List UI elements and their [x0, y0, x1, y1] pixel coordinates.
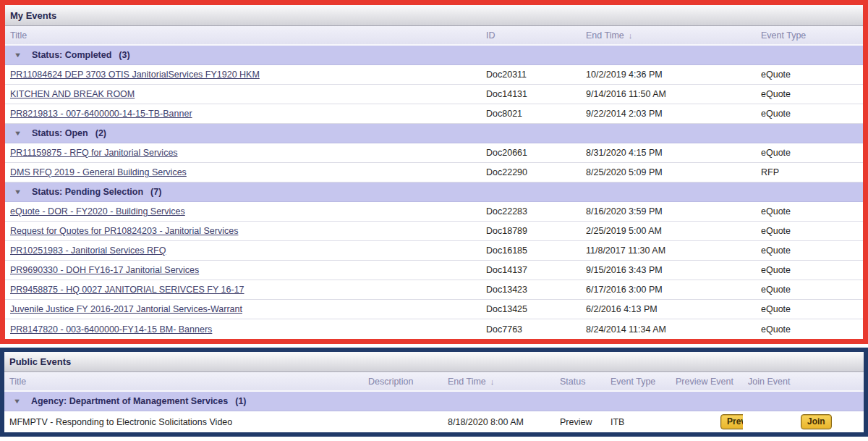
my-events-panel: My Events Title ID End Time↓ Event Type …: [0, 0, 868, 344]
table-row: eQuote - DOR - FY2020 - Building Service…: [5, 202, 863, 222]
event-title-link[interactable]: Request for Quotes for PR10824203 - Jani…: [10, 226, 238, 236]
cell-end-time: 2/25/2019 5:00 AM: [581, 226, 756, 236]
event-title-link[interactable]: PR11159875 - RFQ for Janitorial Services: [10, 148, 178, 158]
cell-end-time: 9/15/2016 3:43 PM: [581, 265, 756, 275]
event-title-link[interactable]: PR8219813 - 007-6400000-14-15-TB-Banner: [10, 109, 192, 119]
cell-id: Doc13425: [481, 304, 581, 314]
column-header-title[interactable]: Title: [5, 30, 481, 41]
cell-status: Preview: [555, 417, 605, 427]
collapse-triangle-icon[interactable]: ▼: [14, 188, 22, 196]
table-row: KITCHEN AND BREAK ROOM Doc14131 9/14/201…: [5, 85, 863, 104]
column-header-event-type[interactable]: Event Type: [605, 377, 671, 387]
cell-id: Doc20661: [481, 148, 581, 158]
event-title-link[interactable]: PR10251983 - Janitorial Services RFQ: [10, 245, 166, 256]
cell-end-time: 10/2/2019 4:36 PM: [581, 70, 756, 80]
cell-end-time: 6/17/2016 3:00 PM: [581, 285, 756, 295]
public-events-title: Public Events: [9, 356, 71, 367]
public-events-column-header-row: Title Description End Time↓ Status Event…: [4, 372, 864, 392]
event-title-link[interactable]: PR8147820 - 003-6400000-FY14-15 BM- Bann…: [10, 324, 212, 335]
group-count: (3): [119, 50, 129, 60]
table-row: PR8147820 - 003-6400000-FY14-15 BM- Bann…: [5, 319, 863, 339]
cell-end-time: 8/31/2020 4:15 PM: [581, 148, 756, 158]
event-title-link[interactable]: Juvenile Justice FY 2016-2017 Jantorial …: [10, 304, 242, 314]
cell-event-type: eQuote: [756, 245, 863, 256]
cell-id: Doc8021: [481, 109, 581, 119]
table-row: DMS RFQ 2019 - General Building Services…: [5, 163, 863, 182]
table-row: Juvenile Justice FY 2016-2017 Jantorial …: [5, 300, 863, 319]
cell-id: Doc22290: [481, 167, 581, 177]
column-header-title[interactable]: Title: [4, 377, 363, 387]
group-row-status-pending-selection[interactable]: ▼ Status: Pending Selection (7): [5, 182, 863, 202]
group-row-agency-dms[interactable]: ▼ Agency: Department of Management Servi…: [4, 392, 864, 411]
group-label: Status: Completed: [32, 50, 111, 60]
collapse-triangle-icon[interactable]: ▼: [13, 398, 21, 405]
event-title-link[interactable]: PR9690330 - DOH FY16-17 Janitorial Servi…: [10, 265, 199, 275]
group-row-status-completed[interactable]: ▼ Status: Completed (3): [5, 46, 863, 65]
sort-descending-icon: ↓: [490, 377, 495, 386]
cell-id: Doc22283: [481, 206, 581, 217]
cell-event-type: RFP: [756, 167, 863, 177]
cell-event-type: eQuote: [756, 89, 863, 99]
cell-title: MFMPTV - Responding to Electronic Solici…: [4, 417, 363, 427]
cell-event-type: eQuote: [756, 109, 863, 119]
cell-end-time: 11/8/2017 11:30 AM: [581, 245, 756, 256]
sort-descending-icon: ↓: [629, 31, 633, 40]
event-title-link[interactable]: KITCHEN AND BREAK ROOM: [10, 89, 135, 99]
group-count: (7): [150, 187, 161, 197]
cell-end-time: 9/22/2014 2:03 PM: [581, 109, 756, 119]
cell-id: Doc13423: [481, 285, 581, 295]
column-header-join-event[interactable]: Join Event: [743, 377, 864, 387]
my-events-titlebar: My Events: [5, 5, 863, 26]
cell-event-type: eQuote: [756, 206, 863, 217]
public-events-panel: Public Events Title Description End Time…: [0, 348, 868, 437]
event-title-link[interactable]: PR11084624 DEP 3703 OTIS JanitorialServi…: [10, 70, 260, 80]
cell-event-type: eQuote: [756, 324, 863, 335]
table-row: PR10251983 - Janitorial Services RFQ Doc…: [5, 241, 863, 261]
cell-event-type: eQuote: [756, 226, 863, 236]
cell-event-type: eQuote: [756, 148, 863, 158]
column-header-event-type[interactable]: Event Type: [756, 30, 863, 41]
table-row: PR11159875 - RFQ for Janitorial Services…: [5, 143, 863, 163]
public-events-titlebar: Public Events: [4, 352, 864, 372]
table-row: PR9458875 - HQ 0027 JANITORIAL SERIVCES …: [5, 280, 863, 300]
column-header-description[interactable]: Description: [363, 377, 443, 387]
cell-id: Doc18789: [481, 226, 581, 236]
my-events-title: My Events: [10, 10, 56, 21]
table-row: PR8219813 - 007-6400000-14-15-TB-Banner …: [5, 104, 863, 124]
column-header-end-time[interactable]: End Time↓: [443, 377, 555, 387]
join-button[interactable]: Join: [801, 414, 832, 429]
group-row-status-open[interactable]: ▼ Status: Open (2): [5, 124, 863, 143]
event-title-link[interactable]: PR9458875 - HQ 0027 JANITORIAL SERIVCES …: [10, 285, 244, 295]
cell-id: Doc14137: [481, 265, 581, 275]
event-title-link[interactable]: DMS RFQ 2019 - General Building Services: [10, 167, 187, 177]
cell-event-type: eQuote: [756, 304, 863, 314]
event-title-link[interactable]: eQuote - DOR - FY2020 - Building Service…: [10, 206, 185, 217]
cell-id: Doc14131: [481, 89, 581, 99]
column-header-id[interactable]: ID: [481, 30, 581, 41]
cell-end-time: 8/16/2020 3:59 PM: [581, 206, 756, 217]
cell-event-type: ITB: [605, 417, 671, 427]
column-header-status[interactable]: Status: [555, 377, 605, 387]
cell-end-time: 6/2/2016 4:13 PM: [581, 304, 756, 314]
preview-button[interactable]: Preview: [720, 414, 743, 429]
cell-end-time: 8/24/2014 11:34 AM: [581, 324, 756, 335]
collapse-triangle-icon[interactable]: ▼: [14, 51, 22, 59]
group-label: Status: Open: [32, 128, 88, 138]
cell-end-time: 8/25/2020 5:09 PM: [581, 167, 756, 177]
cell-event-type: eQuote: [756, 265, 863, 275]
group-label: Agency: Department of Management Service…: [31, 396, 228, 406]
cell-event-type: eQuote: [756, 70, 863, 80]
my-events-column-header-row: Title ID End Time↓ Event Type: [5, 26, 863, 46]
table-row: MFMPTV - Responding to Electronic Solici…: [4, 411, 864, 432]
column-header-preview-event[interactable]: Preview Event: [671, 377, 743, 387]
table-row: PR11084624 DEP 3703 OTIS JanitorialServi…: [5, 65, 863, 85]
cell-id: Doc7763: [481, 324, 581, 335]
cell-id: Doc16185: [481, 245, 581, 256]
cell-end-time: 8/18/2020 8:00 AM: [443, 417, 555, 427]
table-row: Request for Quotes for PR10824203 - Jani…: [5, 222, 863, 241]
table-row: PR9690330 - DOH FY16-17 Janitorial Servi…: [5, 261, 863, 280]
column-header-end-time[interactable]: End Time↓: [581, 30, 756, 41]
collapse-triangle-icon[interactable]: ▼: [14, 130, 22, 137]
cell-id: Doc20311: [481, 70, 581, 80]
group-label: Status: Pending Selection: [32, 187, 143, 197]
